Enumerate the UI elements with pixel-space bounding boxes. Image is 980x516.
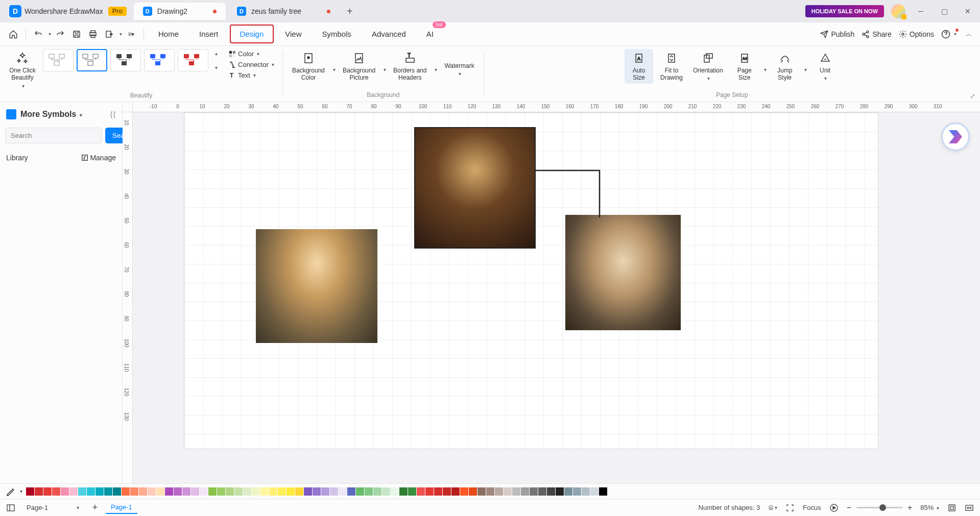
new-tab-button[interactable]: + — [347, 6, 353, 17]
color-swatch[interactable] — [347, 487, 355, 496]
save-button[interactable] — [69, 27, 84, 41]
home-icon[interactable] — [6, 27, 20, 41]
add-page-button[interactable]: + — [90, 503, 100, 512]
menu-symbols[interactable]: Symbols — [313, 26, 361, 42]
background-picture-button[interactable]: Background Picture — [340, 49, 378, 84]
color-swatch[interactable] — [382, 487, 390, 496]
theme-swatch-3[interactable] — [110, 49, 141, 71]
color-swatch[interactable] — [330, 487, 338, 496]
color-swatch[interactable] — [95, 487, 104, 496]
color-swatch[interactable] — [556, 487, 564, 496]
fit-to-drawing-button[interactable]: Fit to Drawing — [657, 49, 686, 84]
borders-headers-button[interactable]: T Borders and Headers — [390, 49, 429, 84]
color-swatch[interactable] — [304, 487, 312, 496]
undo-dropdown[interactable]: ▾ — [49, 31, 51, 37]
color-swatch[interactable] — [87, 487, 95, 496]
focus-label[interactable]: Focus — [803, 504, 821, 511]
color-swatch[interactable] — [208, 487, 217, 496]
layers-icon[interactable]: ▾ — [768, 503, 777, 512]
zoom-slider[interactable]: − + — [847, 503, 913, 512]
drawing-page[interactable] — [184, 112, 878, 449]
help-button[interactable]: ▾ — [941, 30, 957, 39]
color-swatch[interactable] — [156, 487, 164, 496]
bg-color-dropdown[interactable]: ▾ — [333, 67, 336, 72]
zoom-in-button[interactable]: + — [907, 503, 912, 512]
tab-drawing2[interactable]: D Drawing2 — [134, 3, 226, 20]
bg-picture-dropdown[interactable]: ▾ — [384, 67, 386, 72]
color-swatch[interactable] — [521, 487, 529, 496]
color-swatch[interactable] — [582, 487, 590, 496]
color-swatch[interactable] — [460, 487, 468, 496]
color-swatch[interactable] — [321, 487, 329, 496]
tab-zeus-family-tree[interactable]: D zeus family tree — [228, 3, 340, 20]
print-button[interactable] — [86, 27, 100, 41]
color-swatch[interactable] — [425, 487, 434, 496]
ai-assistant-button[interactable] — [941, 122, 970, 151]
theme-swatch-4[interactable] — [144, 49, 175, 71]
color-swatch[interactable] — [504, 487, 512, 496]
color-swatch[interactable] — [113, 487, 121, 496]
menu-ai[interactable]: AI hot — [417, 26, 443, 42]
color-swatch[interactable] — [512, 487, 520, 496]
color-swatch[interactable] — [43, 487, 52, 496]
color-swatch[interactable] — [26, 487, 34, 496]
orientation-button[interactable]: Orientation ▾ — [690, 49, 726, 83]
color-swatch[interactable] — [590, 487, 599, 496]
theme-scroll-up[interactable]: ▴ — [212, 50, 220, 57]
color-swatch[interactable] — [356, 487, 364, 496]
color-swatch[interactable] — [200, 487, 208, 496]
text-dropdown[interactable]: TText▾ — [227, 70, 276, 80]
color-swatch[interactable] — [408, 487, 416, 496]
color-swatch[interactable] — [339, 487, 347, 496]
theme-swatch-2[interactable] — [77, 49, 107, 71]
color-swatch[interactable] — [443, 487, 451, 496]
color-swatch[interactable] — [295, 487, 303, 496]
page-tab-1[interactable]: Page-1 — [106, 501, 137, 514]
color-swatch[interactable] — [182, 487, 190, 496]
sidebar-collapse-button[interactable]: ⟨⟨ — [110, 110, 116, 119]
export-dropdown[interactable]: ▾ — [119, 31, 122, 37]
color-swatch[interactable] — [269, 487, 277, 496]
color-swatch[interactable] — [35, 487, 43, 496]
color-swatch[interactable] — [69, 487, 78, 496]
menu-view[interactable]: View — [276, 26, 310, 42]
color-swatch[interactable] — [495, 487, 503, 496]
connector-line[interactable] — [536, 169, 602, 220]
color-swatch[interactable] — [252, 487, 260, 496]
color-swatch[interactable] — [469, 487, 477, 496]
page-dropdown[interactable]: Page-1▾ — [21, 502, 84, 513]
options-button[interactable]: Options — [899, 30, 934, 38]
color-swatch[interactable] — [139, 487, 147, 496]
color-swatch[interactable] — [417, 487, 425, 496]
theme-scroll-down[interactable]: ▾ — [212, 64, 220, 71]
canvas-image-goddess-left[interactable] — [256, 229, 377, 343]
canvas[interactable]: -100102030405060708090100110120130140150… — [123, 102, 980, 483]
color-swatch[interactable] — [217, 487, 225, 496]
color-swatch[interactable] — [191, 487, 199, 496]
color-swatch[interactable] — [78, 487, 86, 496]
share-button[interactable]: Share — [862, 30, 891, 38]
color-swatch[interactable] — [538, 487, 546, 496]
auto-size-button[interactable]: A Auto Size — [625, 49, 653, 84]
color-swatch[interactable] — [278, 487, 286, 496]
publish-button[interactable]: Publish — [820, 30, 854, 38]
presentation-icon[interactable] — [829, 503, 839, 512]
color-swatch[interactable] — [434, 487, 442, 496]
color-swatch[interactable] — [547, 487, 555, 496]
color-swatch[interactable] — [564, 487, 572, 496]
color-swatch[interactable] — [260, 487, 269, 496]
menu-home[interactable]: Home — [149, 26, 188, 42]
minimize-button[interactable]: ─ — [913, 3, 929, 19]
fit-width-icon[interactable] — [965, 503, 974, 512]
theme-swatch-1[interactable] — [43, 49, 74, 71]
color-swatch[interactable] — [148, 487, 156, 496]
color-swatch[interactable] — [174, 487, 182, 496]
zoom-out-button[interactable]: − — [847, 503, 851, 512]
menu-insert[interactable]: Insert — [190, 26, 228, 42]
manage-link[interactable]: Manage — [81, 154, 116, 162]
color-swatch[interactable] — [122, 487, 130, 496]
color-swatch[interactable] — [573, 487, 581, 496]
page-size-button[interactable]: A4 Page Size — [730, 49, 759, 84]
zoom-value[interactable]: 85% ▾ — [920, 504, 939, 511]
theme-swatch-5[interactable] — [178, 49, 208, 71]
